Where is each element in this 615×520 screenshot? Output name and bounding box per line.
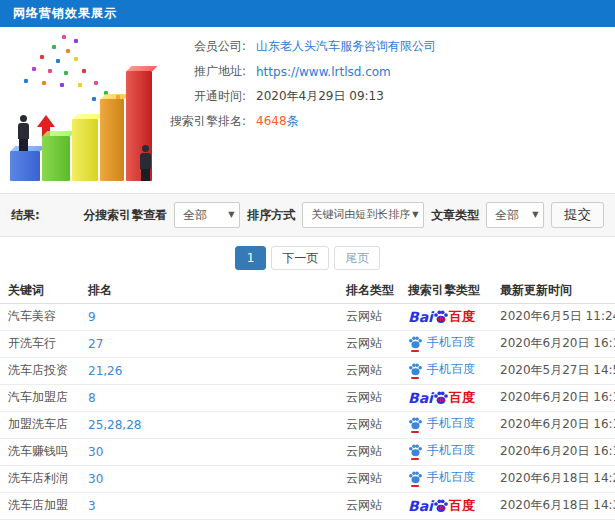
baidu-paw-icon: du	[432, 309, 450, 325]
rank-type-cell: 云网站	[342, 357, 404, 384]
company-label: 会员公司:	[162, 38, 246, 55]
chart-bar-green	[42, 136, 70, 181]
baidu-logo: Baidu百度	[408, 497, 475, 515]
growth-arrow-icon	[37, 115, 55, 127]
mobile-baidu-logo: 手机百度	[408, 334, 475, 351]
keyword-cell: 汽车美容	[0, 303, 84, 330]
rank-type-cell: 云网站	[342, 384, 404, 411]
mobile-baidu-paw-icon	[408, 470, 423, 485]
keyword-cell: 开洗车行	[0, 330, 84, 357]
table-header-row: 关键词 排名 排名类型 搜索引擎类型 最新更新时间	[0, 278, 615, 303]
article-type-select[interactable]: 全部▼	[486, 202, 544, 228]
submit-button[interactable]: 提交	[551, 202, 604, 228]
table-row: 洗车店利润 30 云网站 手机百度 2020年6月18日 14:27	[0, 465, 615, 492]
updated-cell: 2020年6月20日 16:11	[496, 411, 615, 438]
result-label: 结果:	[11, 207, 40, 224]
baidu-paw-icon: du	[432, 390, 450, 406]
rank-cell[interactable]: 27	[84, 330, 342, 357]
rank-cell[interactable]: 3	[84, 492, 342, 519]
updated-cell: 2020年6月20日 16:16	[496, 330, 615, 357]
chart-bar-yellow	[72, 119, 98, 181]
engine-cell: 手机百度	[404, 465, 496, 492]
pagination: 1 下一页 尾页	[0, 237, 615, 278]
chevron-down-icon: ▼	[228, 203, 234, 227]
growth-chart-illustration	[4, 33, 158, 189]
engine-cell: 手机百度	[404, 438, 496, 465]
info-row-rank: 搜索引擎排名: 4648条	[162, 109, 615, 134]
page-title: 网络营销效果展示	[0, 0, 615, 27]
info-row-company: 会员公司: 山东老人头汽车服务咨询有限公司	[162, 34, 615, 59]
updated-cell: 2020年6月18日 14:27	[496, 465, 615, 492]
table-row: 汽车加盟店 8 云网站 Baidu百度 2020年6月20日 16:12	[0, 384, 615, 411]
promo-url-label: 推广地址:	[162, 63, 246, 80]
table-row: 洗车赚钱吗 30 云网站 手机百度 2020年6月20日 16:12	[0, 438, 615, 465]
sort-label: 排序方式	[247, 207, 295, 224]
engine-filter-label: 分搜索引擎查看	[83, 207, 167, 224]
company-name-link[interactable]: 山东老人头汽车服务咨询有限公司	[256, 38, 436, 55]
table-row: 汽车美容 9 云网站 Baidu百度 2020年6月5日 11:24	[0, 303, 615, 330]
promo-url-link[interactable]: https://www.lrtlsd.com	[256, 65, 391, 79]
keyword-cell: 洗车店投资	[0, 357, 84, 384]
keyword-cell: 加盟洗车店	[0, 411, 84, 438]
col-rank-type: 排名类型	[342, 278, 404, 303]
rank-type-cell: 云网站	[342, 492, 404, 519]
mobile-baidu-paw-icon	[408, 416, 423, 431]
engine-cell: 手机百度	[404, 357, 496, 384]
chevron-down-icon: ▼	[412, 203, 418, 227]
rank-type-cell: 云网站	[342, 438, 404, 465]
engine-cell: 手机百度	[404, 330, 496, 357]
rank-cell[interactable]: 21,26	[84, 357, 342, 384]
mobile-baidu-logo: 手机百度	[408, 361, 475, 378]
rank-cell[interactable]: 25,28,28	[84, 411, 342, 438]
filter-bar: 结果: 分搜索引擎查看 全部▼ 排序方式 关键词由短到长排序▼ 文章类型 全部▼…	[0, 193, 615, 237]
table-row: 开洗车行 27 云网站 手机百度 2020年6月20日 16:16	[0, 330, 615, 357]
updated-cell: 2020年6月20日 16:12	[496, 438, 615, 465]
updated-cell: 2020年6月5日 11:24	[496, 303, 615, 330]
rank-cell[interactable]: 9	[84, 303, 342, 330]
last-page-button[interactable]: 尾页	[334, 246, 380, 270]
page-1-button[interactable]: 1	[235, 246, 267, 270]
rank-cell[interactable]: 8	[84, 384, 342, 411]
col-rank: 排名	[84, 278, 342, 303]
info-section: 会员公司: 山东老人头汽车服务咨询有限公司 推广地址: https://www.…	[0, 27, 615, 193]
keyword-ranking-table: 关键词 排名 排名类型 搜索引擎类型 最新更新时间 汽车美容 9 云网站 Bai…	[0, 278, 615, 520]
next-page-button[interactable]: 下一页	[271, 246, 329, 270]
mobile-baidu-paw-icon	[408, 362, 423, 377]
engine-rank-label: 搜索引擎排名:	[162, 113, 246, 130]
rank-type-cell: 云网站	[342, 411, 404, 438]
businessman-figure-left	[18, 115, 29, 151]
baidu-logo: Baidu百度	[408, 389, 475, 407]
updated-cell: 2020年6月18日 14:30	[496, 492, 615, 519]
mobile-baidu-logo: 手机百度	[408, 442, 475, 459]
engine-filter-select[interactable]: 全部▼	[174, 202, 240, 228]
keyword-cell: 洗车赚钱吗	[0, 438, 84, 465]
updated-cell: 2020年6月20日 16:12	[496, 384, 615, 411]
rank-cell[interactable]: 30	[84, 438, 342, 465]
rank-type-cell: 云网站	[342, 303, 404, 330]
mobile-baidu-paw-icon	[408, 443, 423, 458]
sort-select[interactable]: 关键词由短到长排序▼	[302, 202, 424, 228]
chevron-down-icon: ▼	[532, 203, 538, 227]
rank-type-cell: 云网站	[342, 465, 404, 492]
baidu-logo: Baidu百度	[408, 308, 475, 326]
baidu-paw-icon: du	[432, 498, 450, 514]
company-info: 会员公司: 山东老人头汽车服务咨询有限公司 推广地址: https://www.…	[162, 27, 615, 134]
updated-cell: 2020年5月27日 14:58	[496, 357, 615, 384]
chart-bar-orange	[100, 99, 124, 181]
article-type-label: 文章类型	[431, 207, 479, 224]
table-row: 洗车店投资 21,26 云网站 手机百度 2020年5月27日 14:58	[0, 357, 615, 384]
mobile-baidu-logo: 手机百度	[408, 469, 475, 486]
businessman-figure-right	[140, 145, 151, 181]
engine-cell: 手机百度	[404, 411, 496, 438]
engine-cell: Baidu百度	[404, 303, 496, 330]
engine-cell: Baidu百度	[404, 492, 496, 519]
info-row-opened: 开通时间: 2020年4月29日 09:13	[162, 84, 615, 109]
rank-cell[interactable]: 30	[84, 465, 342, 492]
table-row: 加盟洗车店 25,28,28 云网站 手机百度 2020年6月20日 16:11	[0, 411, 615, 438]
engine-cell: Baidu百度	[404, 384, 496, 411]
rank-type-cell: 云网站	[342, 330, 404, 357]
keyword-cell: 汽车加盟店	[0, 384, 84, 411]
col-keyword: 关键词	[0, 278, 84, 303]
engine-rank-value: 4648条	[256, 113, 299, 130]
mobile-baidu-paw-icon	[408, 335, 423, 350]
